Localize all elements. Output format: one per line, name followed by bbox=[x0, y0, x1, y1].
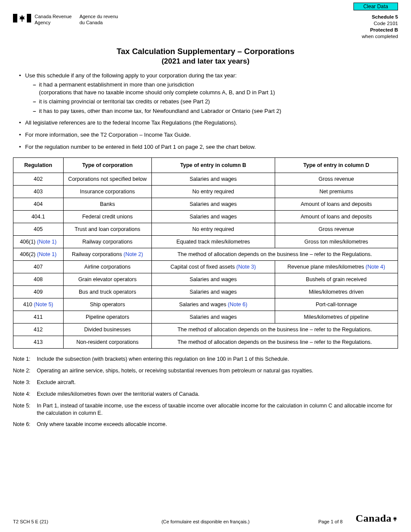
svg-rect-0 bbox=[13, 14, 17, 22]
cell-regulation: 405 bbox=[13, 223, 64, 236]
note-text: In Part 1, instead of taxable income, us… bbox=[37, 402, 398, 417]
cell-col-d: Amount of loans and deposits bbox=[275, 198, 398, 211]
cell-type-corp: Grain elevator operators bbox=[63, 273, 151, 286]
cell-col-b: Salaries and wages bbox=[152, 286, 275, 298]
cell-merged-bd: The method of allocation depends on the … bbox=[152, 248, 398, 261]
col-header-col-d: Type of entry in column D bbox=[275, 158, 398, 173]
note-link[interactable]: (Note 5) bbox=[34, 301, 53, 308]
cell-col-b: No entry required bbox=[152, 223, 275, 236]
note-label: Note 4: bbox=[13, 391, 37, 398]
cell-regulation: 409 bbox=[13, 286, 64, 298]
cell-merged-bd: The method of allocation depends on the … bbox=[152, 324, 398, 336]
cell-regulation: 403 bbox=[13, 186, 64, 198]
cell-col-d: Bushels of grain received bbox=[275, 273, 398, 286]
page-subtitle: (2021 and later tax years) bbox=[13, 57, 398, 66]
table-row: 406(2) (Note 1)Railway corporations (Not… bbox=[13, 248, 398, 261]
canada-flag-icon bbox=[13, 14, 31, 22]
wordmark-text: Canada bbox=[356, 513, 392, 524]
clear-data-button[interactable]: Clear Data bbox=[353, 3, 398, 10]
note-label: Note 5: bbox=[13, 402, 37, 417]
cell-regulation: 407 bbox=[13, 261, 64, 273]
table-row: 403Insurance corporationsNo entry requir… bbox=[13, 186, 398, 198]
table-header-row: Regulation Type of corporation Type of e… bbox=[13, 158, 398, 173]
agency-signature: Canada Revenue Agency Agence du revenu d… bbox=[35, 14, 118, 26]
notes-list: Note 1:Include the subsection (with brac… bbox=[13, 356, 398, 428]
cell-regulation: 412 bbox=[13, 324, 64, 336]
cell-col-d: Gross ton miles/kilometres bbox=[275, 236, 398, 248]
table-row: 406(1) (Note 1)Railway corporationsEquat… bbox=[13, 236, 398, 248]
cell-col-b: Salaries and wages bbox=[152, 173, 275, 186]
intro-d1-sub-text: (corporations that have no taxable incom… bbox=[39, 89, 275, 96]
cell-col-b: Salaries and wages bbox=[152, 198, 275, 211]
regulation-table: Regulation Type of corporation Type of e… bbox=[13, 157, 398, 349]
title-sep: – bbox=[235, 47, 244, 56]
cell-type-corp: Railway corporations (Note 2) bbox=[63, 248, 151, 261]
intro-item-2: All legislative references are to the fe… bbox=[19, 119, 398, 127]
cell-type-corp: Trust and loan corporations bbox=[63, 223, 151, 236]
cell-col-d: Revenue plane miles/kilometres (Note 4) bbox=[275, 261, 398, 273]
footer: T2 SCH 5 E (21) (Ce formulaire est dispo… bbox=[13, 513, 398, 524]
note-link[interactable]: (Note 6) bbox=[228, 301, 247, 308]
note-link[interactable]: (Note 1) bbox=[37, 239, 57, 245]
canada-wordmark: Canada bbox=[356, 513, 398, 524]
cell-regulation: 406(2) (Note 1) bbox=[13, 248, 64, 261]
cell-col-d: Gross revenue bbox=[275, 223, 398, 236]
intro-item-4: For the regulation number to be entered … bbox=[19, 143, 398, 151]
cell-col-b: Capital cost of fixed assets (Note 3) bbox=[152, 261, 275, 273]
note-row: Note 2:Operating an airline service, shi… bbox=[13, 367, 398, 375]
note-text: Include the subsection (with brackets) w… bbox=[37, 356, 398, 363]
cell-regulation: 406(1) (Note 1) bbox=[13, 236, 64, 248]
intro-item-1: Use this schedule if any of the followin… bbox=[19, 72, 398, 115]
col-header-regulation: Regulation bbox=[13, 158, 64, 173]
protected-label: Protected B bbox=[362, 27, 398, 33]
note-text: Exclude miles/kilometres flown over the … bbox=[37, 391, 398, 398]
cell-type-corp: Non-resident corporations bbox=[63, 336, 151, 349]
note-link[interactable]: (Note 4) bbox=[366, 264, 385, 270]
cell-regulation: 408 bbox=[13, 273, 64, 286]
note-row: Note 6:Only where taxable income exceeds… bbox=[13, 421, 398, 428]
intro-sub-1: it had a permanent establishment in more… bbox=[33, 81, 398, 96]
note-text: Only where taxable income exceeds alloca… bbox=[37, 421, 398, 428]
cell-type-corp: Corporations not specified below bbox=[63, 173, 151, 186]
table-row: 405Trust and loan corporationsNo entry r… bbox=[13, 223, 398, 236]
intro-d1-text: it had a permanent establishment in more… bbox=[39, 81, 194, 88]
cell-type-corp: Airline corporations bbox=[63, 261, 151, 273]
cell-regulation: 410 (Note 5) bbox=[13, 298, 64, 311]
cell-type-corp: Bus and truck operators bbox=[63, 286, 151, 298]
cell-col-b: Salaries and wages bbox=[152, 273, 275, 286]
cell-col-d: Amount of loans and deposits bbox=[275, 211, 398, 223]
cell-regulation: 413 bbox=[13, 336, 64, 349]
header: Canada Revenue Agency Agence du revenu d… bbox=[13, 14, 398, 40]
form-id: T2 SCH 5 E (21) bbox=[13, 519, 48, 524]
cell-col-b: Salaries and wages bbox=[152, 211, 275, 223]
col-header-type-corp: Type of corporation bbox=[63, 158, 151, 173]
wordmark-flag-icon bbox=[392, 513, 398, 524]
table-row: 413Non-resident corporationsThe method o… bbox=[13, 336, 398, 349]
table-row: 412Divided businessesThe method of alloc… bbox=[13, 324, 398, 336]
title-part-b: Corporations bbox=[244, 47, 294, 56]
page: Clear Data Canada Revenue Agency Agence … bbox=[0, 0, 411, 532]
note-row: Note 1:Include the subsection (with brac… bbox=[13, 356, 398, 363]
cell-type-corp: Insurance corporations bbox=[63, 186, 151, 198]
cell-col-b: Salaries and wages bbox=[152, 311, 275, 324]
table-row: 408Grain elevator operatorsSalaries and … bbox=[13, 273, 398, 286]
when-completed: when completed bbox=[362, 33, 398, 40]
note-link[interactable]: (Note 3) bbox=[236, 264, 256, 270]
note-row: Note 5:In Part 1, instead of taxable inc… bbox=[13, 402, 398, 417]
note-link[interactable]: (Note 2) bbox=[123, 251, 143, 257]
header-right: Schedule 5 Code 2101 Protected B when co… bbox=[362, 14, 398, 40]
intro-sub-3: it has to pay taxes, other than income t… bbox=[33, 107, 398, 115]
cell-type-corp: Ship operators bbox=[63, 298, 151, 311]
cell-type-corp: Divided businesses bbox=[63, 324, 151, 336]
note-label: Note 3: bbox=[13, 379, 37, 386]
note-label: Note 1: bbox=[13, 356, 37, 363]
cell-type-corp: Federal credit unions bbox=[63, 211, 151, 223]
agency-en-line1: Canada Revenue bbox=[35, 14, 72, 20]
table-row: 411Pipeline operatorsSalaries and wagesM… bbox=[13, 311, 398, 324]
table-row: 409Bus and truck operatorsSalaries and w… bbox=[13, 286, 398, 298]
cell-col-d: Gross revenue bbox=[275, 173, 398, 186]
header-left: Canada Revenue Agency Agence du revenu d… bbox=[13, 14, 118, 26]
cell-col-d: Net premiums bbox=[275, 186, 398, 198]
col-header-col-b: Type of entry in column B bbox=[152, 158, 275, 173]
note-link[interactable]: (Note 1) bbox=[37, 251, 57, 257]
